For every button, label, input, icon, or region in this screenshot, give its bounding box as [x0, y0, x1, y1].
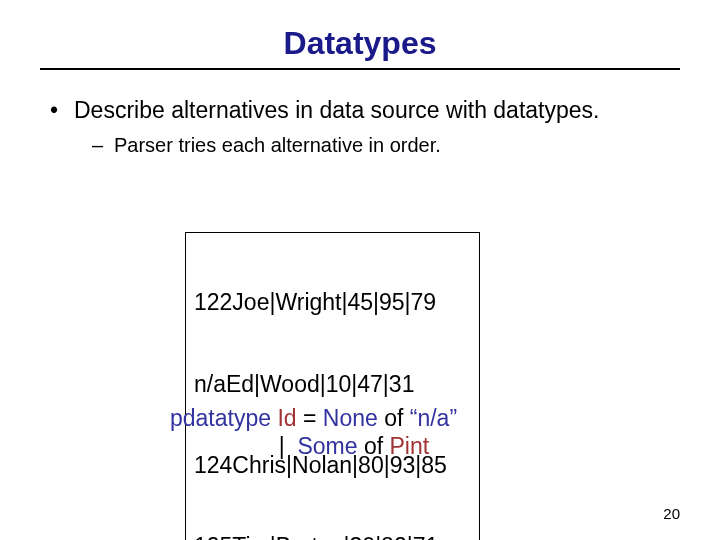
slide: Datatypes Describe alternatives in data … — [0, 0, 720, 540]
code-line: 125Tim|Burton|30|82|71 — [194, 533, 471, 540]
constructor-some: Some — [297, 433, 357, 459]
equals: = — [303, 405, 316, 431]
pipe: | — [279, 433, 285, 459]
title-underline — [40, 68, 680, 70]
page-number: 20 — [663, 505, 680, 522]
data-sample-box: 122Joe|Wright|45|95|79 n/aEd|Wood|10|47|… — [185, 232, 480, 540]
constructor-none: None — [323, 405, 378, 431]
code-line: n/aEd|Wood|10|47|31 — [194, 371, 471, 398]
type-pint: Pint — [389, 433, 429, 459]
type-declaration: pdatatype Id = None of “n/a” | Some of P… — [170, 404, 457, 460]
keyword-of: of — [364, 433, 383, 459]
string-na: “n/a” — [410, 405, 457, 431]
bullet-sub: Parser tries each alternative in order. — [40, 133, 680, 158]
keyword-of: of — [384, 405, 403, 431]
type-id: Id — [277, 405, 296, 431]
slide-title: Datatypes — [40, 20, 680, 62]
code-line: 122Joe|Wright|45|95|79 — [194, 289, 471, 316]
bullet-main: Describe alternatives in data source wit… — [40, 96, 680, 125]
keyword-pdatatype: pdatatype — [170, 405, 271, 431]
